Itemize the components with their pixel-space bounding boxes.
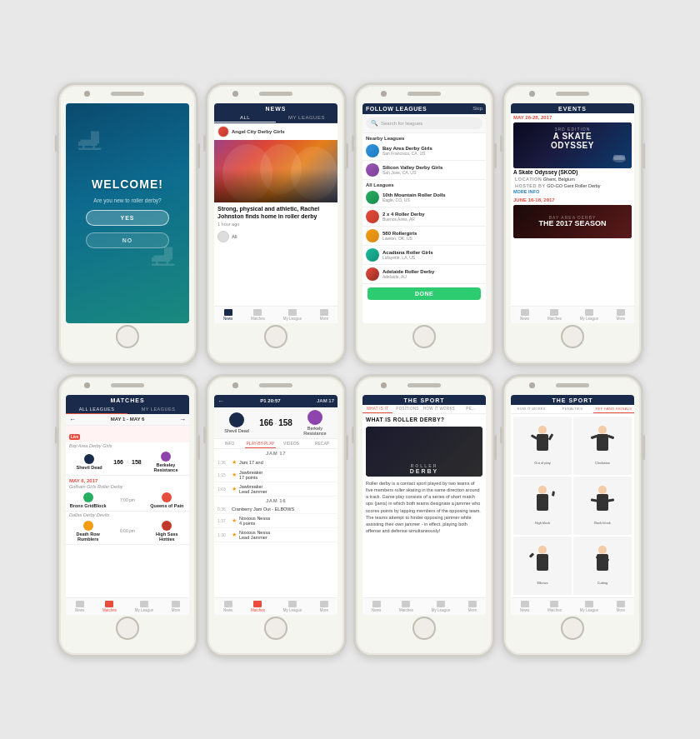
nav-my-league-7[interactable]: My League [432,601,450,612]
news-icon [224,309,232,316]
skip-btn[interactable]: Skip [472,106,482,111]
nav-news-5[interactable]: News [75,601,84,612]
ref-cell-3: High block [513,477,572,535]
nav-matches-7[interactable]: Matches [399,601,413,612]
phone-follow-leagues: FOLLOW LEAGUES Skip 🔍 Search for leagues… [353,82,495,366]
nav-my-league-5[interactable]: My League [135,601,153,612]
bottom-phones-row: MATCHES ALL LEAGUES MY LEAGUES ← MAY 1 -… [57,374,643,657]
nav-matches-8[interactable]: Matches [548,601,562,612]
home-button-8[interactable] [561,617,584,640]
phone-speaker-3 [408,92,441,96]
home-button-5[interactable] [116,617,139,640]
live-match-row: Shevil Dead 166 - 158 Berkeley Resistanc… [66,449,189,476]
event-card-2: BAY AREA DERBY THE 2017 SEASON [513,205,632,238]
home-button-7[interactable] [412,617,436,640]
league-avatar-3 [366,191,379,204]
pbp-star-6: ★ [232,532,237,538]
news-icon-8 [521,601,529,607]
pbp-desc-3: JawbreakerLead Jammer [239,484,334,494]
done-button[interactable]: DONE [368,287,481,300]
tab-how-it-works-ref[interactable]: HOW IT WORKS [511,405,552,413]
search-icon-sm: 🔍 [371,120,378,127]
nav-more-7[interactable]: More [468,601,477,612]
more-info-link[interactable]: MORE INFO [513,188,632,195]
leagues-title: FOLLOW LEAGUES [366,106,427,112]
prev-week-arrow[interactable]: ← [69,416,76,423]
tab-recap[interactable]: RECAP [307,439,338,448]
league-avatar-2 [366,163,379,177]
nav-my-league-8[interactable]: My League [580,601,598,612]
back-arrow[interactable]: ← [218,397,224,405]
matches-tabs: ALL LEAGUES MY LEAGUES [66,405,189,414]
phone-camera [84,91,90,97]
nav-matches-5[interactable]: Matches [102,601,117,612]
tab-info[interactable]: INFO [214,439,245,448]
tab-how-it-works[interactable]: HOW IT WORKS [422,405,456,413]
nav-news-8[interactable]: News [520,601,529,612]
phone-top-bar-3 [356,85,492,103]
nav-news-7[interactable]: News [372,601,381,612]
nav-more-8[interactable]: More [617,601,625,612]
nav-news-events[interactable]: News [520,309,529,321]
ref-arm-l-4 [591,498,598,502]
more-icon-8 [617,601,625,607]
nav-matches-label: Matches [251,317,265,321]
home-button-6[interactable] [264,617,288,640]
tab-all[interactable]: ALL [214,113,276,122]
home-button[interactable] [116,325,139,348]
my-league-label-5: My League [135,608,153,612]
leagues-search-bar[interactable]: 🔍 Search for leagues [366,117,482,129]
nav-matches-events[interactable]: Matches [548,309,562,321]
nav-more-6[interactable]: More [320,601,328,612]
ref-figure-2 [591,426,614,459]
ref-cell-1: Out of play [513,417,572,475]
phone-bottom-bar-7 [356,615,492,642]
league-info-6: Acadiana Roller Girls Lafayette, LA, US [382,250,433,260]
sport-video-thumbnail[interactable]: ▶ ROLLER DERBY [366,427,482,477]
tab-penalties[interactable]: PENALTIES [552,405,592,413]
match-time-block-3: 6:00 pm [108,528,146,533]
ref-cell-6: Cutting [573,537,632,595]
pbp-desc-6: Noxious NessaLead Jammer [239,530,334,540]
tab-my-leagues[interactable]: MY LEAGUES [128,405,189,414]
news-label-5: News [75,608,84,612]
tab-pbp[interactable]: PLAY-BY-PLAY [245,439,276,448]
league-loc-6: Lafayette, LA, US [382,255,433,260]
yes-button[interactable]: YES [86,210,169,226]
sport-tabs: WHAT IS IT POSITIONS HOW IT WORKS PE... [362,405,486,414]
home-button-2[interactable] [264,325,288,348]
decorative-figure-2: ⛸ [148,236,181,273]
nav-my-league-events[interactable]: My League [580,309,598,321]
nav-more[interactable]: More [320,309,328,321]
team1-icon [84,454,94,464]
nav-news[interactable]: News [223,309,232,321]
my-league-icon-6 [288,601,297,607]
tab-pe[interactable]: PE... [456,405,486,413]
home-button-3[interactable] [412,325,436,348]
nav-more-events[interactable]: More [617,309,625,321]
live-league-name: Bay Area Derby Girls [66,442,189,449]
ref-head-3 [538,486,547,494]
nav-news-6[interactable]: News [223,601,232,612]
tab-ref-signals[interactable]: REF HAND SIGNALS [593,405,634,413]
home-button-4[interactable] [561,325,584,348]
tab-my-leagues[interactable]: MY LEAGUES [276,113,338,122]
tab-all-leagues[interactable]: ALL LEAGUES [66,405,128,414]
league-loc-7: Adelaide, AU [382,274,434,279]
nav-more-5[interactable]: More [172,601,180,612]
news-content: NEWS ALL MY LEAGUES Angel City Derby Gir… [214,103,338,323]
nav-my-league-6[interactable]: My League [283,601,302,612]
nav-matches[interactable]: Matches [251,309,265,321]
more-icon-6 [320,601,328,607]
match-time-3: 6:00 pm [108,528,146,533]
tab-videos[interactable]: VIDEOS [276,439,307,448]
next-week-arrow[interactable]: → [179,416,186,423]
nav-matches-6[interactable]: Matches [251,601,265,612]
tab-what-is-it[interactable]: WHAT IS IT [362,405,392,413]
phone-welcome-screen: ⛸ ⛸ WELCOME! Are you new to roller derby… [66,103,189,323]
tab-positions[interactable]: POSITIONS [392,405,422,413]
news-nav-icon [521,309,529,316]
league-name-5: 580 Rollergirls [382,231,417,236]
news-all-tag: All [214,229,338,244]
nav-my-league[interactable]: My League [283,309,302,321]
